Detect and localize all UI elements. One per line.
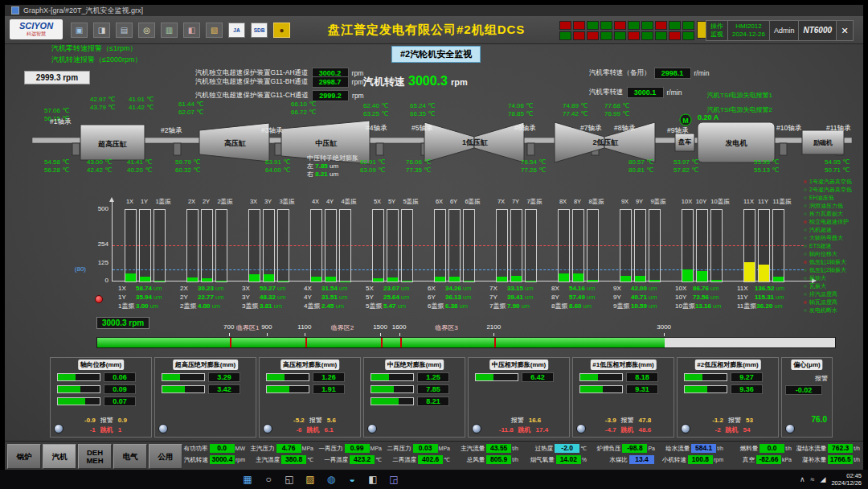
vibration-table-column: 10X86.76 um10Y72.56 um10盖振13.16 um	[675, 284, 736, 310]
vibration-bar	[339, 209, 351, 282]
cylinder-label-lp2: 2低压缸	[556, 138, 655, 148]
bar-label: 8盖振	[583, 198, 609, 206]
document-icon[interactable]: ▥	[161, 23, 178, 38]
y-axis-tick: 0	[86, 277, 108, 284]
vibration-bar	[310, 209, 322, 282]
panel-rows: 0.060.090.07	[51, 371, 151, 407]
panel-value: 1.26	[313, 372, 345, 382]
metric-readout: 一再压力0.99MPa	[313, 444, 382, 453]
mail-icon[interactable]: ◒	[346, 473, 358, 486]
alarm-grid-rows	[559, 21, 694, 40]
sciyon-logo-text: SCIYON	[19, 22, 53, 30]
ja-logo[interactable]: JA	[228, 23, 245, 38]
vibration-bar	[277, 209, 289, 282]
close-icon[interactable]: ✕	[837, 21, 853, 40]
alarm-bell-icon[interactable]: ●	[273, 23, 290, 38]
folder-icon[interactable]: ▧	[206, 23, 223, 38]
plant-title: 盘江普定发电有限公司#2机组DCS	[328, 23, 525, 38]
zero-speed-alarm-note: 汽机零转速报警（≤1rpm）	[51, 43, 137, 54]
nav-button-DEH-MEH[interactable]: DEH MEH	[78, 444, 112, 469]
expansion-panel: 偏心(μm)报警-0.0276.0	[781, 357, 833, 438]
vibration-bar-fill	[216, 281, 227, 281]
critical-zone-mark	[230, 338, 231, 347]
vibration-bar	[387, 209, 399, 282]
panel-rows: 3.293.42	[155, 371, 256, 395]
mode-toggle[interactable]: 操作 监视	[706, 21, 728, 40]
temperature-readout: 74.89 ℃77.42 ℃	[563, 102, 588, 118]
bearing-label: #8轴承	[614, 124, 635, 134]
panel-value: 8.18	[626, 372, 658, 382]
terminal-icon[interactable]: ◲	[387, 473, 400, 486]
panel-gauge-fill	[371, 374, 389, 380]
taskbar-clock[interactable]: 02:45 2024/12/26	[831, 472, 862, 487]
bearing-label: #4轴承	[366, 124, 387, 134]
temperature-readout: 80.57 ℃80.81 ℃	[628, 158, 653, 175]
alarm-item-dot	[804, 212, 807, 216]
folder-icon[interactable]: ▨	[304, 473, 317, 486]
critical-zone-label: 临界区2	[318, 323, 366, 332]
alarm-item-dot	[804, 301, 807, 304]
panel-status-indicator	[681, 424, 690, 434]
vibration-bar	[758, 209, 770, 282]
settings-icon[interactable]: ◧	[366, 473, 379, 486]
alarm-grid-cell	[614, 31, 626, 40]
palette-icon[interactable]: ◧	[183, 23, 200, 38]
metric-readout: 小机转速100.8rpm	[655, 455, 723, 464]
alarm-item-dot	[804, 309, 807, 312]
vibration-bar-fill	[187, 277, 198, 281]
critical-zone-label: 临界区1	[223, 323, 272, 332]
vibration-bar-fill	[635, 276, 645, 281]
taskview-icon[interactable]: ◱	[283, 473, 296, 486]
bar-label: 5盖振	[398, 198, 424, 206]
panel-gauge	[162, 373, 205, 381]
search-icon[interactable]: ◎	[138, 23, 155, 38]
volume-icon[interactable]: ◢	[821, 475, 826, 483]
panel-gauge	[684, 373, 727, 381]
alarm-grid-cell	[559, 31, 571, 40]
chevron-up-icon[interactable]: ∧	[800, 475, 805, 483]
printer-icon[interactable]: ▤	[116, 23, 133, 38]
bearing-label: #9轴承	[667, 126, 688, 136]
vibration-bar-fill	[249, 274, 260, 281]
temperature-readout: 76.06 ℃77.35 ℃	[406, 158, 431, 175]
metric-readout: 总风量805.9t/h	[450, 455, 518, 464]
save-icon[interactable]: ◨	[93, 23, 110, 38]
mode-top-label: 操作	[710, 23, 723, 31]
critical-zone-mark	[400, 338, 402, 347]
start-icon[interactable]: ▦	[241, 473, 254, 486]
alarm-item-dot	[804, 188, 807, 191]
monitor-icon[interactable]: ▣	[71, 23, 88, 38]
user-cell[interactable]: Admin	[770, 21, 800, 40]
bearing-label: #3轴承	[261, 126, 282, 136]
system-cell: NT6000	[799, 21, 837, 40]
panel-gauge	[579, 385, 623, 393]
nav-button-电气[interactable]: 电气	[113, 444, 147, 469]
temperature-readout: 53.95 ℃55.13 ℃	[754, 158, 779, 175]
barring-current-readout: 0.20 A	[698, 113, 719, 121]
network-icon[interactable]: ≈	[811, 475, 815, 483]
mode-bottom-label: 监视	[710, 31, 723, 39]
vibration-bar	[743, 209, 755, 282]
nav-button-锅炉[interactable]: 锅炉	[7, 444, 41, 469]
search-icon[interactable]: ○	[262, 473, 275, 486]
panel-status-indicator	[785, 424, 795, 434]
bearing-label: #11轴承	[826, 124, 851, 134]
panel-value: 3.29	[208, 372, 240, 382]
nav-button-汽机[interactable]: 汽机	[43, 444, 76, 469]
vibration-bar-fill	[202, 278, 212, 281]
edge-browser-icon[interactable]: ◍	[325, 473, 338, 486]
speed-tick-mark	[267, 333, 268, 336]
panel-row: 7.85	[364, 383, 465, 395]
panel-alarm-limits: -0.9报警0.9	[62, 416, 149, 425]
vibration-table-column: 6X34.26 um6Y36.13 um6盖振6.38 um	[428, 284, 489, 310]
alarm-grid-cell	[614, 21, 626, 30]
clock-date: 2024/12/26	[831, 479, 862, 487]
sciyon-logo-subtext: 科远智慧	[27, 30, 46, 38]
speed-scale: 3000.3 rpm 70090011001500160021003000临界区…	[96, 317, 836, 351]
panel-title: #1低压相对膨胀(mm)	[590, 360, 656, 370]
main-speed-label: 汽机转速	[363, 75, 405, 89]
bar-label: 1盖振	[150, 198, 176, 206]
alarm-item-dot	[804, 285, 807, 288]
sdb-logo[interactable]: SDB	[251, 23, 268, 38]
alarm-grid-cell	[559, 21, 571, 30]
